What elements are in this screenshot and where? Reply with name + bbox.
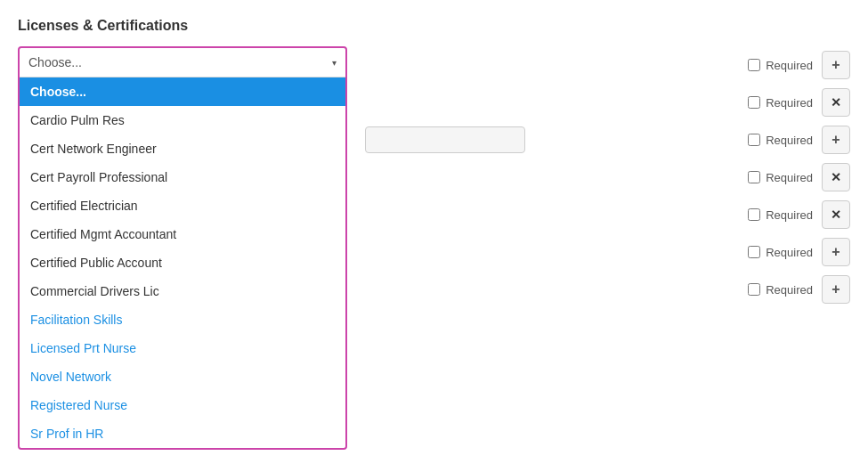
dropdown-list: Choose...Cardio Pulm ResCert Network Eng… <box>20 77 345 448</box>
license-select-trigger[interactable]: Choose... ▾ <box>20 48 345 77</box>
required-checkbox[interactable] <box>748 96 760 109</box>
add-button[interactable]: + <box>822 126 850 154</box>
required-group: Required <box>748 134 813 147</box>
required-checkbox[interactable] <box>748 283 760 296</box>
chevron-down-icon: ▾ <box>332 58 337 68</box>
add-button[interactable]: + <box>822 51 850 79</box>
required-checkbox[interactable] <box>748 208 760 221</box>
right-row: Required✕ <box>365 196 850 233</box>
right-row: Required+ <box>365 46 850 84</box>
right-row: Required+ <box>365 233 850 271</box>
license-select-wrapper: Choose... ▾ Choose...Cardio Pulm ResCert… <box>18 46 347 450</box>
required-group: Required <box>748 59 813 72</box>
dropdown-item[interactable]: Sr Prof in HR <box>20 419 345 448</box>
dropdown-item[interactable]: Cardio Pulm Res <box>20 106 345 134</box>
add-button[interactable]: + <box>822 275 850 304</box>
dropdown-item[interactable]: Licensed Prt Nurse <box>20 334 345 362</box>
required-label: Required <box>766 96 813 110</box>
required-group: Required <box>748 283 813 297</box>
add-button[interactable]: + <box>822 238 850 266</box>
dropdown-item[interactable]: Certified Mgmt Accountant <box>20 220 345 248</box>
dropdown-item[interactable]: Cert Payroll Professional <box>20 163 345 191</box>
required-checkbox[interactable] <box>748 246 760 258</box>
required-label: Required <box>766 171 813 184</box>
right-row: Required✕ <box>365 84 850 121</box>
required-group: Required <box>748 171 813 184</box>
secondary-select[interactable] <box>365 126 525 153</box>
required-label: Required <box>766 283 813 297</box>
select-trigger-text: Choose... <box>28 55 82 69</box>
remove-button[interactable]: ✕ <box>822 163 850 191</box>
required-label: Required <box>766 246 813 259</box>
dropdown-item[interactable]: Commercial Drivers Lic <box>20 277 345 305</box>
required-label: Required <box>766 59 813 72</box>
dropdown-item[interactable]: Choose... <box>20 77 345 106</box>
right-panel: Required+Required✕Required+Required✕Requ… <box>365 46 850 308</box>
dropdown-item[interactable]: Cert Network Engineer <box>20 134 345 163</box>
required-group: Required <box>748 246 813 259</box>
section-header: Licenses & Certifications <box>18 18 850 34</box>
required-checkbox[interactable] <box>748 59 760 71</box>
dropdown-item[interactable]: Certified Electrician <box>20 191 345 220</box>
right-row: Required+ <box>365 271 850 308</box>
remove-button[interactable]: ✕ <box>822 88 850 117</box>
right-row: Required✕ <box>365 159 850 196</box>
remove-button[interactable]: ✕ <box>822 200 850 229</box>
required-checkbox[interactable] <box>748 171 760 183</box>
dropdown-item[interactable]: Novel Network <box>20 362 345 391</box>
required-checkbox[interactable] <box>748 134 760 146</box>
license-select-panel: Choose... ▾ Choose...Cardio Pulm ResCert… <box>18 46 347 450</box>
dropdown-item[interactable]: Certified Public Account <box>20 248 345 277</box>
dropdown-item[interactable]: Registered Nurse <box>20 391 345 419</box>
required-group: Required <box>748 208 813 222</box>
required-group: Required <box>748 96 813 110</box>
required-label: Required <box>766 208 813 222</box>
right-row: Required+ <box>365 121 850 159</box>
required-label: Required <box>766 134 813 147</box>
dropdown-item[interactable]: Facilitation Skills <box>20 305 345 334</box>
